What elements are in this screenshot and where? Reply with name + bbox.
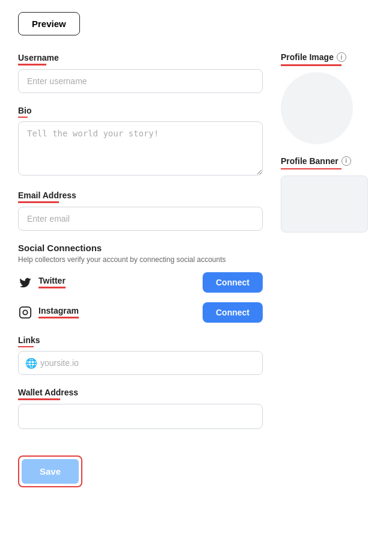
- svg-point-1: [23, 310, 27, 314]
- profile-banner-underline: [281, 168, 341, 170]
- social-connections-subtitle: Help collectors verify your account by c…: [18, 255, 263, 264]
- instagram-item: Instagram Connect: [18, 302, 263, 323]
- profile-banner-box[interactable]: [281, 175, 368, 233]
- username-label: Username: [18, 53, 59, 65]
- right-column: Profile Image i Profile Banner i: [281, 52, 374, 487]
- profile-image-label: Profile Image: [281, 52, 334, 62]
- profile-banner-section: Profile Banner i: [281, 156, 374, 233]
- instagram-name: Instagram: [38, 306, 79, 315]
- email-group: Email Address: [18, 190, 263, 231]
- twitter-name: Twitter: [38, 276, 66, 285]
- profile-image-section: Profile Image i: [281, 52, 374, 144]
- links-input-wrap: 🌐: [18, 351, 263, 375]
- social-connections-title: Social Connections: [18, 243, 263, 253]
- instagram-row: Instagram Connect: [18, 302, 263, 323]
- email-label: Email Address: [18, 190, 76, 203]
- globe-icon: 🌐: [25, 358, 37, 369]
- social-connections-section: Social Connections Help collectors verif…: [18, 243, 263, 323]
- bio-label: Bio: [18, 106, 32, 118]
- username-input[interactable]: [18, 69, 263, 93]
- bio-group: Bio: [18, 105, 263, 178]
- profile-image-underline: [281, 64, 341, 66]
- links-input[interactable]: [18, 351, 263, 375]
- profile-banner-label: Profile Banner: [281, 156, 338, 166]
- twitter-item: Twitter Connect: [18, 272, 263, 293]
- instagram-icon: [18, 305, 32, 320]
- wallet-input[interactable]: [18, 404, 263, 429]
- profile-image-box[interactable]: [281, 72, 353, 144]
- twitter-connect-button[interactable]: Connect: [203, 272, 263, 293]
- left-column: Username Bio Email Address Social Connec…: [18, 52, 263, 487]
- wallet-label: Wallet Address: [18, 388, 78, 400]
- svg-rect-0: [20, 306, 31, 317]
- email-input[interactable]: [18, 207, 263, 231]
- links-group: Links 🌐: [18, 335, 263, 376]
- twitter-row: Twitter Connect: [18, 272, 263, 293]
- twitter-icon: [18, 275, 32, 290]
- twitter-underline: [38, 287, 66, 288]
- links-label: Links: [18, 335, 40, 348]
- instagram-info: Instagram: [18, 305, 79, 320]
- wallet-group: Wallet Address: [18, 387, 263, 429]
- profile-image-info-icon[interactable]: i: [337, 52, 346, 62]
- save-button-wrap: Save: [18, 455, 82, 487]
- profile-image-label-row: Profile Image i: [281, 52, 374, 62]
- bio-input[interactable]: [18, 121, 263, 175]
- twitter-info: Twitter: [18, 275, 66, 290]
- profile-banner-label-row: Profile Banner i: [281, 156, 374, 166]
- instagram-underline: [38, 317, 79, 318]
- instagram-connect-button[interactable]: Connect: [203, 302, 263, 323]
- save-button[interactable]: Save: [22, 459, 79, 484]
- username-group: Username: [18, 52, 263, 93]
- svg-point-2: [28, 309, 29, 309]
- preview-button[interactable]: Preview: [18, 12, 80, 35]
- profile-banner-info-icon[interactable]: i: [341, 156, 351, 166]
